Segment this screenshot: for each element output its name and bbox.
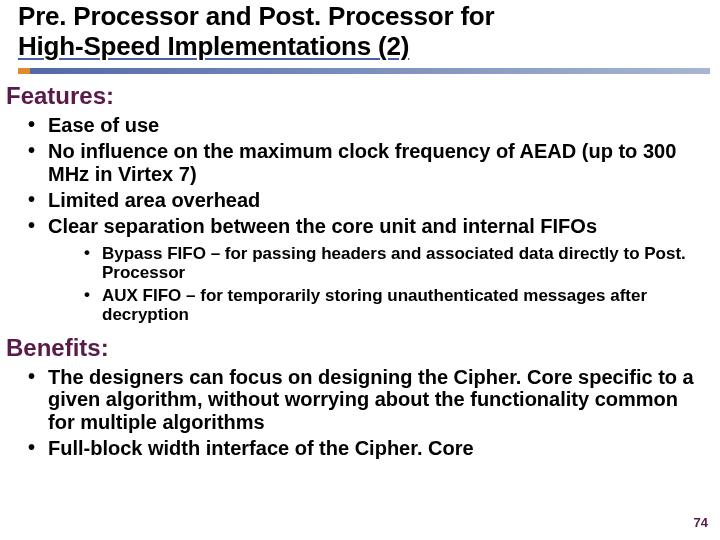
- page-number: 74: [694, 515, 708, 530]
- benefits-heading: Benefits:: [6, 334, 706, 362]
- title-line-1: Pre. Processor and Post. Processor for: [18, 1, 494, 31]
- benefits-list: The designers can focus on designing the…: [48, 364, 706, 462]
- list-item: Bypass FIFO – for passing headers and as…: [102, 242, 706, 284]
- list-item: Full-block width interface of the Cipher…: [48, 435, 706, 461]
- title-block: Pre. Processor and Post. Processor for H…: [0, 0, 720, 74]
- title-line-2: High-Speed Implementations (2): [18, 31, 409, 61]
- features-sublist: Bypass FIFO – for passing headers and as…: [102, 242, 706, 326]
- list-item: Limited area overhead: [48, 187, 706, 213]
- list-item: AUX FIFO – for temporarily storing unaut…: [102, 284, 706, 326]
- features-heading: Features:: [6, 82, 706, 110]
- slide-title: Pre. Processor and Post. Processor for H…: [18, 2, 710, 62]
- list-item: Clear separation between the core unit a…: [48, 213, 706, 328]
- features-list: Ease of use No influence on the maximum …: [48, 112, 706, 328]
- list-item: The designers can focus on designing the…: [48, 364, 706, 435]
- slide-body: Features: Ease of use No influence on th…: [0, 74, 720, 462]
- list-item-text: Clear separation between the core unit a…: [48, 215, 597, 237]
- list-item: Ease of use: [48, 112, 706, 138]
- list-item: No influence on the maximum clock freque…: [48, 138, 706, 187]
- slide: Pre. Processor and Post. Processor for H…: [0, 0, 720, 540]
